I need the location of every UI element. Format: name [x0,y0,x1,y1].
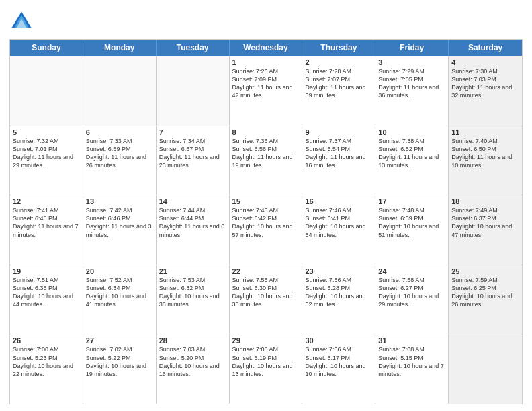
day-number: 7 [159,128,226,136]
day-info: Sunrise: 7:52 AM Sunset: 6:34 PM Dayligh… [86,276,153,309]
calendar-cell-2-5: 17Sunrise: 7:48 AM Sunset: 6:39 PM Dayli… [375,195,449,265]
calendar-cell-4-4: 30Sunrise: 7:06 AM Sunset: 5:17 PM Dayli… [302,334,375,404]
calendar-cell-3-3: 22Sunrise: 7:55 AM Sunset: 6:30 PM Dayli… [230,265,303,334]
weekday-header-sunday: Sunday [10,40,83,56]
calendar-cell-3-6: 25Sunrise: 7:59 AM Sunset: 6:25 PM Dayli… [449,265,522,334]
day-number: 3 [378,58,445,66]
calendar-cell-1-0: 5Sunrise: 7:32 AM Sunset: 7:01 PM Daylig… [10,126,83,195]
calendar-cell-4-5: 31Sunrise: 7:08 AM Sunset: 5:15 PM Dayli… [375,334,449,404]
calendar-cell-3-4: 23Sunrise: 7:56 AM Sunset: 6:28 PM Dayli… [302,265,375,334]
calendar: SundayMondayTuesdayWednesdayThursdayFrid… [9,39,523,404]
calendar-cell-2-1: 13Sunrise: 7:42 AM Sunset: 6:46 PM Dayli… [83,195,157,265]
calendar-cell-1-1: 6Sunrise: 7:33 AM Sunset: 6:59 PM Daylig… [83,126,157,195]
calendar-cell-3-0: 19Sunrise: 7:51 AM Sunset: 6:35 PM Dayli… [10,265,83,334]
day-number: 19 [13,267,80,275]
calendar-cell-3-5: 24Sunrise: 7:58 AM Sunset: 6:27 PM Dayli… [375,265,449,334]
calendar-cell-2-6: 18Sunrise: 7:49 AM Sunset: 6:37 PM Dayli… [449,195,522,265]
calendar-cell-0-4: 2Sunrise: 7:28 AM Sunset: 7:07 PM Daylig… [302,56,375,126]
day-info: Sunrise: 7:42 AM Sunset: 6:46 PM Dayligh… [86,206,153,239]
calendar-row-3: 19Sunrise: 7:51 AM Sunset: 6:35 PM Dayli… [10,265,522,334]
calendar-cell-0-6: 4Sunrise: 7:30 AM Sunset: 7:03 PM Daylig… [449,56,522,126]
weekday-header-saturday: Saturday [449,40,522,56]
day-info: Sunrise: 7:46 AM Sunset: 6:41 PM Dayligh… [305,206,372,239]
weekday-header-thursday: Thursday [302,40,375,56]
day-info: Sunrise: 7:32 AM Sunset: 7:01 PM Dayligh… [13,137,80,170]
day-number: 13 [86,197,153,205]
weekday-header-tuesday: Tuesday [157,40,230,56]
day-info: Sunrise: 7:05 AM Sunset: 5:19 PM Dayligh… [232,345,300,378]
calendar-cell-4-2: 28Sunrise: 7:03 AM Sunset: 5:20 PM Dayli… [157,334,230,404]
day-info: Sunrise: 7:45 AM Sunset: 6:42 PM Dayligh… [232,206,300,239]
day-number: 22 [232,267,300,275]
day-number: 30 [305,336,372,345]
day-info: Sunrise: 7:51 AM Sunset: 6:35 PM Dayligh… [13,276,80,309]
day-info: Sunrise: 7:49 AM Sunset: 6:37 PM Dayligh… [451,206,519,239]
day-info: Sunrise: 7:06 AM Sunset: 5:17 PM Dayligh… [305,345,372,378]
logo [9,9,35,34]
calendar-cell-3-2: 21Sunrise: 7:53 AM Sunset: 6:32 PM Dayli… [157,265,230,334]
calendar-cell-0-2 [157,56,230,126]
day-number: 28 [159,336,226,345]
calendar-cell-1-2: 7Sunrise: 7:34 AM Sunset: 6:57 PM Daylig… [157,126,230,195]
calendar-cell-2-2: 14Sunrise: 7:44 AM Sunset: 6:44 PM Dayli… [157,195,230,265]
day-info: Sunrise: 7:53 AM Sunset: 6:32 PM Dayligh… [159,276,226,309]
day-info: Sunrise: 7:33 AM Sunset: 6:59 PM Dayligh… [86,137,153,170]
calendar-row-0: 1Sunrise: 7:26 AM Sunset: 7:09 PM Daylig… [10,56,522,126]
day-number: 14 [159,197,226,205]
day-info: Sunrise: 7:29 AM Sunset: 7:05 PM Dayligh… [378,67,445,100]
day-number: 27 [86,336,153,345]
calendar-cell-2-3: 15Sunrise: 7:45 AM Sunset: 6:42 PM Dayli… [230,195,303,265]
day-number: 20 [86,267,153,275]
calendar-cell-3-1: 20Sunrise: 7:52 AM Sunset: 6:34 PM Dayli… [83,265,157,334]
day-info: Sunrise: 7:38 AM Sunset: 6:52 PM Dayligh… [378,137,445,170]
day-info: Sunrise: 7:44 AM Sunset: 6:44 PM Dayligh… [159,206,226,239]
day-number: 16 [305,197,372,205]
day-number: 24 [378,267,445,275]
day-info: Sunrise: 7:08 AM Sunset: 5:15 PM Dayligh… [378,345,445,378]
day-info: Sunrise: 7:48 AM Sunset: 6:39 PM Dayligh… [378,206,445,239]
day-number: 6 [86,128,153,136]
header [9,7,523,34]
page: SundayMondayTuesdayWednesdayThursdayFrid… [0,0,532,411]
day-number: 10 [378,128,445,136]
day-info: Sunrise: 7:02 AM Sunset: 5:22 PM Dayligh… [86,345,153,378]
calendar-cell-1-6: 11Sunrise: 7:40 AM Sunset: 6:50 PM Dayli… [449,126,522,195]
day-info: Sunrise: 7:59 AM Sunset: 6:25 PM Dayligh… [451,276,519,309]
calendar-cell-4-0: 26Sunrise: 7:00 AM Sunset: 5:23 PM Dayli… [10,334,83,404]
calendar-cell-1-5: 10Sunrise: 7:38 AM Sunset: 6:52 PM Dayli… [375,126,449,195]
calendar-cell-0-3: 1Sunrise: 7:26 AM Sunset: 7:09 PM Daylig… [230,56,303,126]
day-number: 25 [451,267,519,275]
day-number: 8 [232,128,300,136]
day-info: Sunrise: 7:56 AM Sunset: 6:28 PM Dayligh… [305,276,372,309]
calendar-row-2: 12Sunrise: 7:41 AM Sunset: 6:48 PM Dayli… [10,195,522,265]
day-number: 11 [451,128,519,136]
day-number: 17 [378,197,445,205]
weekday-header-friday: Friday [375,40,449,56]
day-number: 23 [305,267,372,275]
calendar-cell-0-1 [83,56,157,126]
day-info: Sunrise: 7:00 AM Sunset: 5:23 PM Dayligh… [13,345,80,378]
day-info: Sunrise: 7:58 AM Sunset: 6:27 PM Dayligh… [378,276,445,309]
logo-icon [9,9,34,34]
calendar-header: SundayMondayTuesdayWednesdayThursdayFrid… [10,40,522,56]
calendar-row-4: 26Sunrise: 7:00 AM Sunset: 5:23 PM Dayli… [10,334,522,404]
day-number: 4 [451,58,519,66]
calendar-cell-0-5: 3Sunrise: 7:29 AM Sunset: 7:05 PM Daylig… [375,56,449,126]
calendar-cell-4-3: 29Sunrise: 7:05 AM Sunset: 5:19 PM Dayli… [230,334,303,404]
day-number: 21 [159,267,226,275]
day-info: Sunrise: 7:28 AM Sunset: 7:07 PM Dayligh… [305,67,372,100]
day-info: Sunrise: 7:34 AM Sunset: 6:57 PM Dayligh… [159,137,226,170]
day-number: 5 [13,128,80,136]
calendar-row-1: 5Sunrise: 7:32 AM Sunset: 7:01 PM Daylig… [10,126,522,195]
day-info: Sunrise: 7:37 AM Sunset: 6:54 PM Dayligh… [305,137,372,170]
day-number: 2 [305,58,372,66]
day-info: Sunrise: 7:55 AM Sunset: 6:30 PM Dayligh… [232,276,300,309]
day-number: 29 [232,336,300,345]
day-number: 1 [232,58,300,66]
day-number: 15 [232,197,300,205]
day-number: 26 [13,336,80,345]
calendar-cell-1-4: 9Sunrise: 7:37 AM Sunset: 6:54 PM Daylig… [302,126,375,195]
day-info: Sunrise: 7:30 AM Sunset: 7:03 PM Dayligh… [451,67,519,100]
calendar-cell-2-4: 16Sunrise: 7:46 AM Sunset: 6:41 PM Dayli… [302,195,375,265]
day-number: 9 [305,128,372,136]
